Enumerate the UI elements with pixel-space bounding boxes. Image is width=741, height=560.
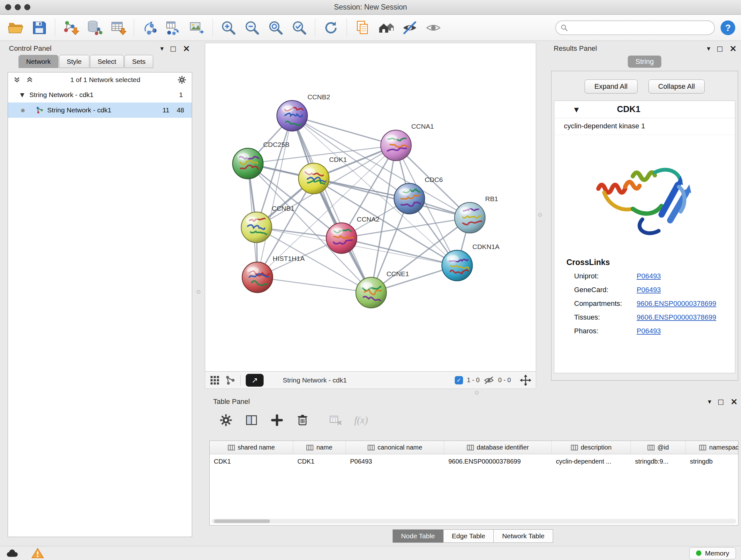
show-columns-button[interactable] xyxy=(245,413,259,427)
column-header-namespace[interactable]: namespace xyxy=(686,441,738,454)
add-column-button[interactable] xyxy=(270,413,284,427)
column-header-name[interactable]: name xyxy=(293,441,346,454)
column-header-canonical-name[interactable]: canonical name xyxy=(346,441,444,454)
home-button[interactable] xyxy=(376,17,396,38)
close-window-button[interactable] xyxy=(5,4,11,10)
gene-header[interactable]: ▼ CDK1 xyxy=(554,101,735,118)
help-button[interactable]: ? xyxy=(721,20,735,35)
column-header--id[interactable]: @id xyxy=(631,441,686,454)
duplicate-network-button[interactable] xyxy=(352,17,373,38)
control-panel-float-icon[interactable]: □ xyxy=(170,45,177,52)
search-input[interactable] xyxy=(571,24,710,32)
results-panel-close-icon[interactable]: × xyxy=(730,44,737,53)
minimize-window-button[interactable] xyxy=(15,4,21,10)
network-node-HIST1H1A[interactable]: HIST1H1A xyxy=(242,255,305,293)
import-table-from-file-button[interactable] xyxy=(108,17,128,38)
network-edge[interactable] xyxy=(258,277,371,293)
tab-select[interactable]: Select xyxy=(90,55,124,68)
zoom-out-button[interactable] xyxy=(242,17,262,38)
network-edge[interactable] xyxy=(292,116,396,145)
right-splitter-handle[interactable] xyxy=(538,213,542,217)
column-header-description[interactable]: description xyxy=(552,441,631,454)
table-cell[interactable]: CDK1 xyxy=(210,454,293,469)
show-hide-button[interactable] xyxy=(423,17,444,38)
scrollbar-thumb[interactable] xyxy=(214,519,270,523)
table-row[interactable]: CDK1CDK1P064939606.ENSP00000378699cyclin… xyxy=(210,454,738,469)
table-cell[interactable]: P06493 xyxy=(346,454,444,469)
expand-all-button[interactable]: Expand All xyxy=(585,79,637,94)
disclosure-icon[interactable]: ▼ xyxy=(20,91,24,98)
bottom-splitter-handle[interactable] xyxy=(475,391,479,395)
table-settings-gear-button[interactable] xyxy=(219,413,233,427)
crosslink-link[interactable]: P06493 xyxy=(636,286,661,294)
results-panel-menu-caret-icon[interactable]: ▾ xyxy=(707,45,711,52)
network-view[interactable]: CCNB2CCNA1CDC25BCDK1CDC6RB1CCNB1CCNA2CDK… xyxy=(205,43,536,372)
refresh-layout-button[interactable] xyxy=(321,17,341,38)
left-splitter-handle[interactable] xyxy=(197,290,200,294)
import-network-from-database-button[interactable] xyxy=(84,17,105,38)
zoom-in-button[interactable] xyxy=(218,17,239,38)
delete-column-trash-button[interactable] xyxy=(295,413,310,427)
network-from-table-button[interactable] xyxy=(163,17,184,38)
network-options-gear-icon[interactable] xyxy=(177,75,187,84)
zoom-window-button[interactable] xyxy=(24,4,30,10)
cloud-status-button[interactable] xyxy=(5,549,19,558)
crosslink-link[interactable]: 9606.ENSP00000378699 xyxy=(636,300,717,308)
collapse-all-networks-icon[interactable] xyxy=(13,76,21,84)
collapse-all-button[interactable]: Collapse All xyxy=(649,79,705,94)
network-collection-row[interactable]: ▼ String Network - cdk1 1 xyxy=(8,87,192,103)
network-edge[interactable] xyxy=(258,116,292,277)
hide-panels-button[interactable] xyxy=(400,17,420,38)
table-tab-network-table[interactable]: Network Table xyxy=(493,530,553,543)
crosslink-link[interactable]: 9606.ENSP00000378699 xyxy=(636,313,717,321)
birds-eye-view-button[interactable]: ↗ xyxy=(246,374,264,387)
table-panel-menu-caret-icon[interactable]: ▾ xyxy=(708,398,711,405)
selected-indicator-checkbox[interactable]: ✓ xyxy=(455,376,463,384)
table-cell[interactable]: 9606.ENSP00000378699 xyxy=(444,454,552,469)
control-panel-close-icon[interactable]: × xyxy=(183,44,190,53)
hidden-eye-slash-icon[interactable] xyxy=(483,375,494,385)
table-horizontal-scrollbar[interactable] xyxy=(212,519,736,523)
network-canvas[interactable]: CCNB2CCNA1CDC25BCDK1CDC6RB1CCNB1CCNA2CDK… xyxy=(205,43,536,371)
table-tab-node-table[interactable]: Node Table xyxy=(393,530,444,543)
column-header-shared-name[interactable]: shared name xyxy=(210,441,293,454)
expand-all-networks-icon[interactable] xyxy=(26,76,33,84)
network-edge[interactable] xyxy=(314,179,470,218)
zoom-fit-button[interactable] xyxy=(266,17,286,38)
open-session-button[interactable] xyxy=(5,17,26,38)
tab-network[interactable]: Network xyxy=(18,55,58,68)
memory-button[interactable]: Memory xyxy=(689,547,736,559)
import-network-from-file-button[interactable] xyxy=(61,17,81,38)
table-cell[interactable]: cyclin-dependent ... xyxy=(552,454,631,469)
control-panel-menu-caret-icon[interactable]: ▾ xyxy=(160,45,164,52)
crosslink-link[interactable]: P06493 xyxy=(636,327,661,335)
column-header-database-identifier[interactable]: database identifier xyxy=(444,441,552,454)
zoom-selected-button[interactable] xyxy=(289,17,310,38)
network-overview-icon[interactable] xyxy=(225,375,235,385)
network-node-CCNB2[interactable]: CCNB2 xyxy=(277,93,330,131)
crosslink-link[interactable]: P06493 xyxy=(636,272,661,280)
network-node-CDKN1A[interactable]: CDKN1A xyxy=(442,243,500,281)
export-image-button[interactable] xyxy=(187,17,207,38)
tab-style[interactable]: Style xyxy=(59,55,89,68)
table-panel-close-icon[interactable]: × xyxy=(731,397,738,406)
results-tab-string[interactable]: String xyxy=(628,56,661,68)
table-cell[interactable]: CDK1 xyxy=(293,454,346,469)
table-panel-float-icon[interactable]: □ xyxy=(718,398,724,405)
network-node-CDC6[interactable]: CDC6 xyxy=(394,176,443,214)
new-network-button[interactable] xyxy=(139,17,160,38)
tab-sets[interactable]: Sets xyxy=(125,55,153,68)
grid-view-icon[interactable] xyxy=(210,375,220,385)
table-tab-edge-table[interactable]: Edge Table xyxy=(443,530,494,543)
search-box[interactable] xyxy=(555,20,715,35)
table-cell[interactable]: stringdb:9... xyxy=(631,454,686,469)
pan-crosshair-icon[interactable] xyxy=(520,374,531,386)
network-node-CDK1[interactable]: CDK1 xyxy=(298,156,347,194)
network-row[interactable]: ● String Network - cdk1 11 48 xyxy=(8,103,192,118)
warnings-button[interactable] xyxy=(31,548,44,559)
table-cell[interactable]: stringdb xyxy=(686,454,738,469)
network-node-CCNB1[interactable]: CCNB1 xyxy=(241,205,294,243)
network-edge[interactable] xyxy=(292,116,371,293)
results-panel-float-icon[interactable]: □ xyxy=(717,45,723,52)
network-node-RB1[interactable]: RB1 xyxy=(455,195,498,233)
